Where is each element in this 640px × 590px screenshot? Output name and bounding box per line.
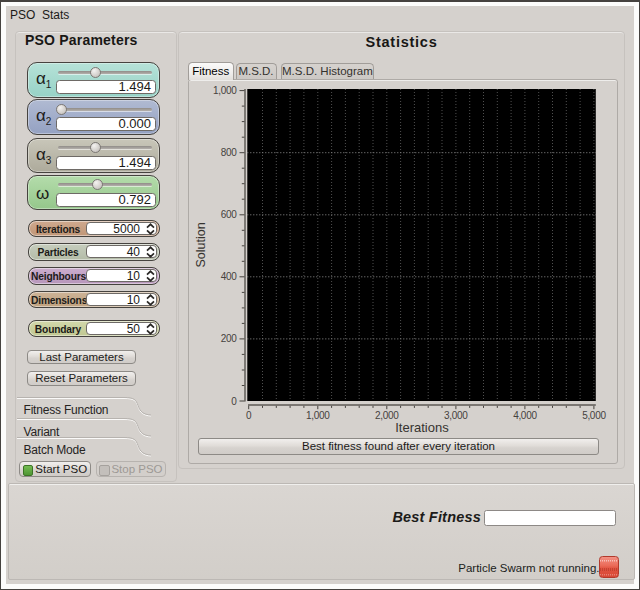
svg-text:200: 200 [221, 333, 238, 344]
svg-text:600: 600 [221, 209, 238, 220]
svg-text:Solution: Solution [194, 222, 208, 267]
svg-text:1,000: 1,000 [306, 409, 330, 420]
svg-text:400: 400 [221, 271, 238, 282]
svg-text:Iterations: Iterations [395, 419, 449, 434]
svg-text:1,000: 1,000 [213, 85, 237, 96]
svg-text:800: 800 [221, 147, 238, 158]
svg-text:0: 0 [246, 409, 252, 420]
svg-text:5,000: 5,000 [582, 409, 606, 420]
svg-text:0: 0 [231, 395, 237, 406]
svg-text:4,000: 4,000 [513, 409, 537, 420]
